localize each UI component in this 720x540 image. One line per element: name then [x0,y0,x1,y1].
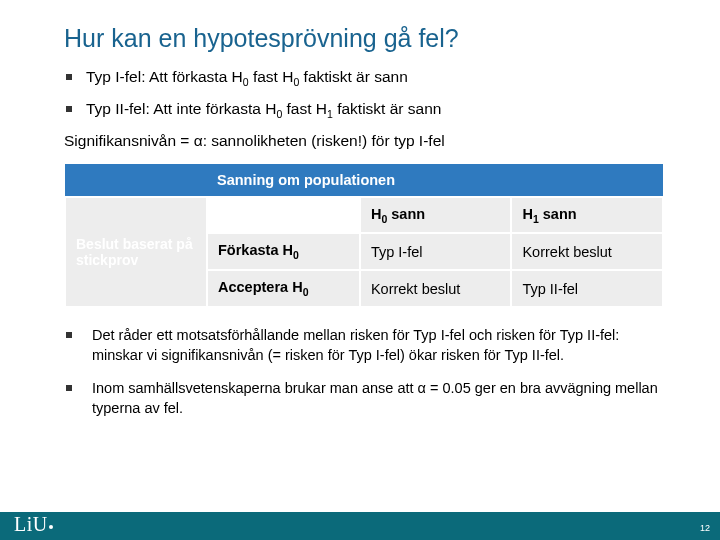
top-bullets: Typ I-fel: Att förkasta H0 fast H0 fakti… [64,67,664,122]
table-left-header: Beslut baserat på stickprov [65,197,207,308]
col-h1: H1 sann [511,197,663,234]
cell-correct2: Korrekt beslut [360,270,512,307]
footer-bar: LiU 12 [0,512,720,540]
cell-correct1: Korrekt beslut [511,233,663,270]
bullet-alpha: Inom samhällsvetenskaperna brukar man an… [64,379,664,418]
page-number: 12 [700,523,710,533]
error-table: Sanning om populationen Beslut baserat p… [64,164,664,309]
slide-title: Hur kan en hypotesprövning gå fel? [64,24,664,53]
table-top-header: Sanning om populationen [207,164,663,197]
liu-logo: LiU [14,513,53,536]
bullet-tradeoff: Det råder ett motsatsförhållande mellan … [64,326,664,365]
row-accept: Acceptera H0 [207,270,360,307]
bottom-bullets: Det råder ett motsatsförhållande mellan … [64,326,664,418]
cell-type1: Typ I-fel [360,233,512,270]
col-h0: H0 sann [360,197,512,234]
significance-line: Signifikansnivån = α: sannolikheten (ris… [64,132,664,150]
cell-type2: Typ II-fel [511,270,663,307]
row-reject: Förkasta H0 [207,233,360,270]
bullet-type2: Typ II-fel: Att inte förkasta H0 fast H1… [64,99,664,121]
bullet-type1: Typ I-fel: Att förkasta H0 fast H0 fakti… [64,67,664,89]
